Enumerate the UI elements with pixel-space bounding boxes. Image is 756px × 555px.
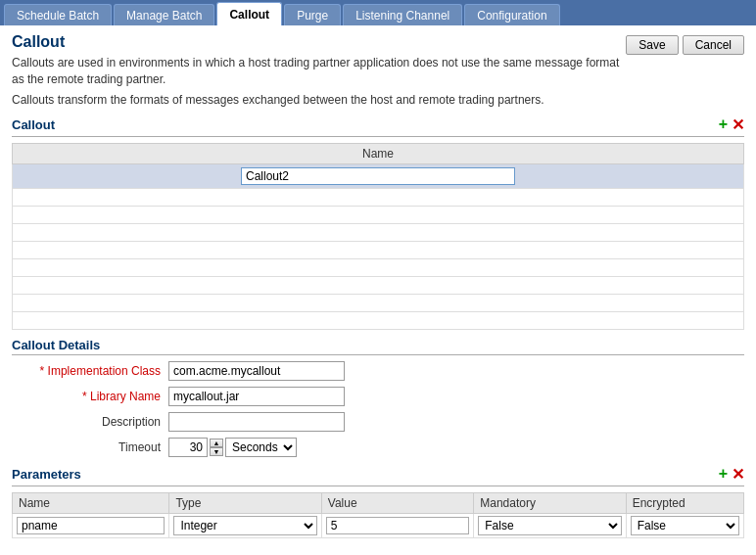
callout-details-form: * Implementation Class * Library Name De…	[12, 361, 744, 457]
page-description-2: Callouts transform the formats of messag…	[12, 92, 626, 109]
param-mandatory-select[interactable]: False True	[478, 516, 621, 535]
callout-empty-row-6	[13, 277, 744, 295]
callout-empty-row-7	[13, 295, 744, 312]
details-section-header: Callout Details	[12, 338, 744, 355]
page-title: Callout	[12, 33, 626, 51]
details-section-title: Callout Details	[12, 338, 100, 352]
tab-bar: Schedule Batch Manage Batch Callout Purg…	[0, 0, 756, 25]
params-table: Name Type Value Mandatory Encrypted Inte…	[12, 492, 744, 538]
param-type-select[interactable]: Integer String Boolean Long Double	[173, 516, 316, 535]
callout-empty-row-4	[13, 242, 744, 259]
callout-row	[13, 164, 744, 189]
params-add-icon[interactable]: +	[719, 465, 728, 484]
timeout-label: Timeout	[12, 440, 168, 454]
page-header: Callout Callouts are used in environment…	[12, 33, 744, 108]
params-col-name: Name	[13, 493, 169, 514]
params-col-type: Type	[169, 493, 321, 514]
tab-purge[interactable]: Purge	[284, 4, 341, 25]
tabs-container: Schedule Batch Manage Batch Callout Purg…	[0, 0, 756, 25]
description-label: Description	[12, 415, 168, 429]
callout-section-header: Callout + ✕	[12, 116, 744, 137]
timeout-unit-select[interactable]: Seconds Minutes Hours	[225, 438, 297, 457]
timeout-input[interactable]	[168, 438, 208, 457]
callout-empty-row-5	[13, 259, 744, 277]
callout-empty-row-2	[13, 207, 744, 224]
param-row: Integer String Boolean Long Double False…	[13, 514, 744, 538]
timeout-spinner: ▲ ▼	[210, 439, 223, 456]
callout-section-actions: + ✕	[719, 116, 744, 134]
params-section-actions: + ✕	[719, 465, 744, 484]
callout-empty-row-3	[13, 224, 744, 242]
header-buttons: Save Cancel	[626, 35, 744, 55]
tab-configuration[interactable]: Configuration	[464, 4, 559, 25]
callout-empty-row-8	[13, 312, 744, 330]
callout-remove-icon[interactable]: ✕	[732, 116, 744, 134]
tab-schedule-batch[interactable]: Schedule Batch	[4, 4, 112, 25]
library-name-label: * Library Name	[12, 390, 168, 403]
main-content: Callout Callouts are used in environment…	[0, 25, 756, 555]
timeout-decrement[interactable]: ▼	[210, 447, 223, 456]
callout-table: Name	[12, 143, 744, 330]
callout-section-title: Callout	[12, 117, 55, 132]
timeout-row: Timeout ▲ ▼ Seconds Minutes Hours	[12, 438, 744, 457]
param-name-input[interactable]	[17, 517, 165, 534]
cancel-button[interactable]: Cancel	[683, 35, 744, 55]
impl-class-row: * Implementation Class	[12, 361, 744, 381]
callout-name-input[interactable]	[241, 167, 515, 185]
param-type-cell: Integer String Boolean Long Double	[169, 514, 321, 538]
params-col-value: Value	[321, 493, 473, 514]
param-value-cell	[321, 514, 473, 538]
timeout-increment[interactable]: ▲	[210, 439, 223, 447]
params-remove-icon[interactable]: ✕	[732, 465, 744, 484]
param-encrypted-select[interactable]: False True	[631, 516, 739, 535]
timeout-container: ▲ ▼ Seconds Minutes Hours	[168, 438, 297, 457]
param-encrypted-cell: False True	[626, 514, 743, 538]
params-section-header: Parameters + ✕	[12, 465, 744, 486]
param-mandatory-cell: False True	[474, 514, 626, 538]
callout-name-cell	[13, 164, 744, 189]
impl-class-input[interactable]	[168, 361, 345, 381]
tab-callout[interactable]: Callout	[216, 2, 282, 25]
params-header-row: Name Type Value Mandatory Encrypted	[13, 493, 744, 514]
library-name-row: * Library Name	[12, 387, 744, 406]
impl-class-label: * Implementation Class	[12, 364, 168, 378]
params-col-mandatory: Mandatory	[474, 493, 626, 514]
params-section-title: Parameters	[12, 467, 81, 482]
save-button[interactable]: Save	[626, 35, 678, 55]
callout-col-name: Name	[13, 144, 744, 164]
tab-manage-batch[interactable]: Manage Batch	[114, 4, 214, 25]
callout-empty-row-1	[13, 189, 744, 207]
page-header-left: Callout Callouts are used in environment…	[12, 33, 626, 108]
description-row: Description	[12, 412, 744, 432]
page-description-1: Callouts are used in environments in whi…	[12, 55, 626, 88]
param-name-cell	[13, 514, 169, 538]
description-input[interactable]	[168, 412, 345, 432]
library-name-input[interactable]	[168, 387, 345, 406]
tab-listening-channel[interactable]: Listening Channel	[343, 4, 462, 25]
params-col-encrypted: Encrypted	[626, 493, 743, 514]
param-value-input[interactable]	[326, 517, 469, 534]
callout-add-icon[interactable]: +	[719, 116, 728, 134]
